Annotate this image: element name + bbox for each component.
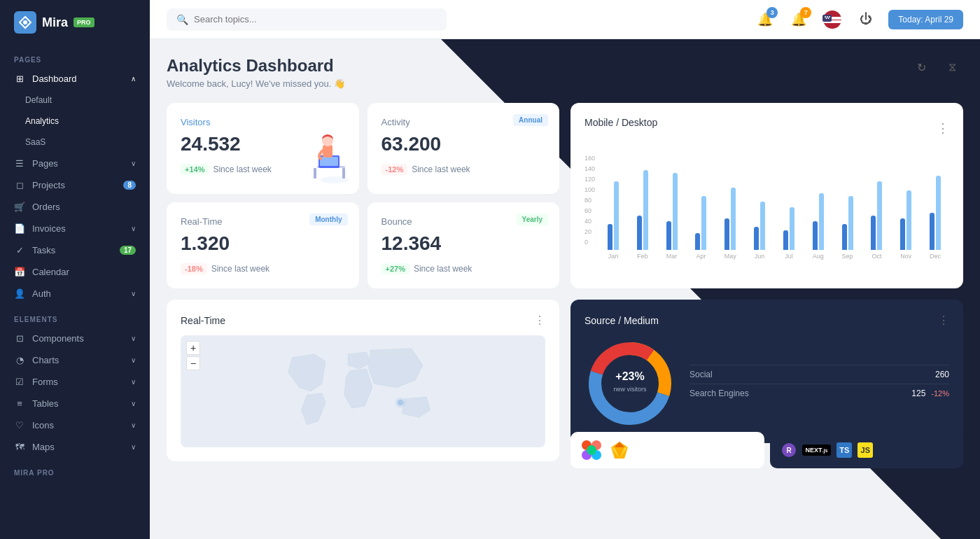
sidebar-item-icons[interactable]: ♡ Icons ∨ xyxy=(0,414,150,436)
svg-point-5 xyxy=(825,16,826,18)
logo-icon xyxy=(14,11,36,34)
sidebar-item-dashboard[interactable]: ⊞ Dashboard ∧ xyxy=(0,68,150,90)
page-header-actions: ↻ ⧖ xyxy=(910,56,963,78)
bar-dark xyxy=(783,230,788,250)
sidebar-item-label: Tables xyxy=(32,398,59,409)
sidebar-item-saas[interactable]: SaaS xyxy=(0,132,150,153)
chevron-icon: ∨ xyxy=(131,160,136,167)
map-more-button[interactable]: ⋮ xyxy=(534,314,545,327)
sidebar-item-label: Auth xyxy=(32,288,51,299)
bar-label: Sep xyxy=(842,253,853,260)
donut-container: +23% new visitors Social 260 Search Engi… xyxy=(584,338,949,429)
sidebar-item-charts[interactable]: ◔ Charts ∨ xyxy=(0,349,150,371)
svg-point-19 xyxy=(395,398,405,408)
sidebar-item-analytics[interactable]: Analytics xyxy=(0,111,150,132)
page-subtitle: Welcome back, Lucy! We've missed you. 👋 xyxy=(167,78,345,89)
bar-light xyxy=(790,207,794,250)
sidebar-item-projects[interactable]: ◻ Projects 8 xyxy=(0,174,150,196)
bar-group: Sep xyxy=(834,159,862,260)
bar-group: Dec xyxy=(921,159,949,260)
sidebar-logo[interactable]: Mira PRO xyxy=(0,0,150,45)
flag-button[interactable] xyxy=(821,8,844,31)
source-name: Search Engines xyxy=(690,388,749,398)
power-button[interactable]: ⏻ xyxy=(855,8,877,31)
search-box[interactable]: 🔍 xyxy=(167,8,447,31)
source-more-button[interactable]: ⋮ xyxy=(938,314,949,327)
source-value: 125 xyxy=(911,388,925,398)
bar-label: Jul xyxy=(785,253,793,260)
bar-light xyxy=(760,202,765,250)
sidebar-item-label: Invoices xyxy=(32,223,66,234)
components-icon: ⊡ xyxy=(14,333,25,344)
sidebar-item-calendar[interactable]: 📅 Calendar xyxy=(0,261,150,283)
svg-rect-13 xyxy=(342,168,345,178)
notifications-button[interactable]: 🔔 3 xyxy=(754,8,776,31)
stat-card-bounce: Yearly Bounce 12.364 +27% Since last wee… xyxy=(368,202,560,288)
sidebar-item-default[interactable]: Default xyxy=(0,90,150,111)
chart-more-button[interactable]: ⋮ xyxy=(937,120,949,136)
sidebar-item-tasks[interactable]: ✓ Tasks 17 xyxy=(0,239,150,261)
bar-wrap xyxy=(695,159,706,250)
source-row-right: 125 -12% xyxy=(911,388,949,398)
sidebar: Mira PRO PAGES ⊞ Dashboard ∧ Default Ana… xyxy=(0,0,150,539)
page-header-text: Analytics Dashboard Welcome back, Lucy! … xyxy=(167,56,345,89)
bounce-footer: +27% Since last week xyxy=(382,263,546,274)
sidebar-item-forms[interactable]: ☑ Forms ∨ xyxy=(0,371,150,393)
redux-icon: R xyxy=(781,442,797,458)
sidebar-item-auth[interactable]: 👤 Auth ∨ xyxy=(0,283,150,304)
visitors-change: +14% xyxy=(181,164,209,175)
bar-dark xyxy=(900,218,905,250)
sidebar-item-orders[interactable]: 🛒 Orders xyxy=(0,196,150,218)
sidebar-item-label: Forms xyxy=(32,377,58,387)
bar-group: Nov xyxy=(892,159,920,260)
search-icon: 🔍 xyxy=(176,14,188,25)
top-section: Visitors 24.532 +14% Since last week xyxy=(167,103,963,288)
bar-wrap xyxy=(637,159,648,250)
projects-badge: 8 xyxy=(123,181,136,190)
chevron-icon: ∨ xyxy=(131,225,136,232)
sidebar-item-components[interactable]: ⊡ Components ∨ xyxy=(0,328,150,349)
logo-card-design xyxy=(570,432,764,468)
svg-point-0 xyxy=(23,20,27,24)
content-inner: Analytics Dashboard Welcome back, Lucy! … xyxy=(167,56,963,461)
alerts-button[interactable]: 🔔 7 xyxy=(788,8,810,31)
bar-wrap xyxy=(608,159,619,250)
sidebar-item-invoices[interactable]: 📄 Invoices ∨ xyxy=(0,218,150,239)
chevron-icon: ∨ xyxy=(131,290,136,298)
elements-section-label: ELEMENTS xyxy=(0,304,150,328)
sidebar-item-maps[interactable]: 🗺 Maps ∨ xyxy=(0,436,150,458)
pro-badge: PRO xyxy=(74,18,94,27)
bar-light xyxy=(673,173,678,250)
filter-button[interactable]: ⧖ xyxy=(941,56,963,78)
bar-wrap xyxy=(783,159,794,250)
donut-pct-text: +23% xyxy=(615,370,644,382)
visitors-illustration xyxy=(296,131,352,187)
source-medium-card: Source / Medium ⋮ xyxy=(570,300,963,443)
sidebar-item-tables[interactable]: ≡ Tables ∨ xyxy=(0,393,150,414)
tasks-icon: ✓ xyxy=(14,245,25,255)
chevron-icon: ∨ xyxy=(131,378,136,386)
sidebar-item-label: Charts xyxy=(32,355,59,365)
svg-point-8 xyxy=(826,18,827,19)
svg-point-9 xyxy=(828,18,830,19)
refresh-button[interactable]: ↻ xyxy=(910,56,932,78)
figma-icon xyxy=(582,440,601,460)
bar-dark xyxy=(930,213,934,250)
map-area: + − xyxy=(181,335,545,447)
sidebar-item-pages[interactable]: ☰ Pages ∨ xyxy=(0,153,150,174)
sidebar-item-label: Icons xyxy=(32,420,54,430)
search-input[interactable] xyxy=(194,14,437,24)
bar-dark xyxy=(637,216,642,250)
sidebar-item-label: SaaS xyxy=(25,137,46,147)
world-map-svg xyxy=(181,335,545,447)
bar-label: Mar xyxy=(666,253,678,260)
bar-group: Jan xyxy=(599,159,627,260)
pages-section-label: PAGES xyxy=(0,45,150,68)
topbar-right: 🔔 3 🔔 7 xyxy=(754,8,963,31)
bar-label: Oct xyxy=(872,253,881,260)
bar-label: Feb xyxy=(637,253,648,260)
chevron-icon: ∨ xyxy=(131,443,136,451)
bar-wrap xyxy=(930,159,941,250)
realtime-value: 1.320 xyxy=(181,232,345,255)
date-button[interactable]: Today: April 29 xyxy=(888,10,963,29)
